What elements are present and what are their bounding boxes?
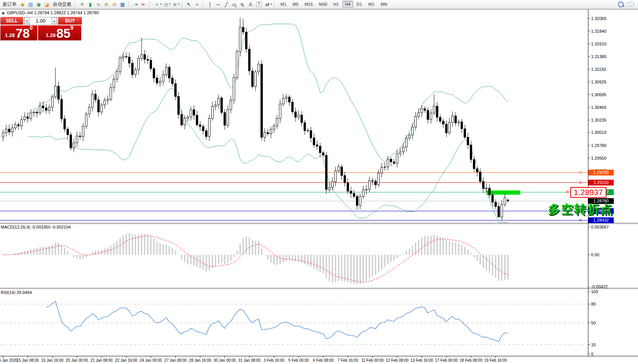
label-tool-icon[interactable]: T: [256, 2, 262, 7]
horizontal-line-object[interactable]: [0, 201, 588, 201]
hline-anchor-handle[interactable]: [580, 182, 581, 184]
horizontal-line-object[interactable]: [0, 182, 588, 183]
buy-price-pip: 9: [70, 25, 73, 30]
tile-windows-icon[interactable]: ▦: [119, 1, 127, 8]
indicators-icon[interactable]: ≋: [171, 1, 179, 8]
volume-decrease-button[interactable]: ▼: [24, 17, 30, 24]
timeframe-button-m15[interactable]: M15: [302, 1, 316, 8]
chat-icon[interactable]: [628, 2, 634, 7]
horizontal-line-object[interactable]: [0, 172, 588, 173]
macd-axis-label: -0.00422: [591, 284, 608, 289]
cursor-icon[interactable]: ↖: [185, 1, 193, 8]
mt4-terminal: 新订单◆▤◉◪自动交易≡▮∿⊕⊖▦⇥⇤+▾◷▾≋▾↖+│─╱▱E≡FAT⇄▾M1…: [0, 0, 638, 364]
auto-trading-folder-icon[interactable]: ◪: [43, 1, 51, 8]
date-axis-label: 24 Jan 00:00: [140, 358, 162, 362]
sell-button[interactable]: SELL: [0, 17, 23, 25]
timeframe-button-w1[interactable]: W1: [366, 1, 377, 8]
auto-trading-button[interactable]: 自动交易: [51, 1, 73, 8]
timeframe-button-m30[interactable]: M30: [316, 1, 330, 8]
depth-of-market-icon[interactable]: ▤: [27, 1, 35, 8]
signal-icon[interactable]: ◉: [35, 1, 43, 8]
toolbar-separator: [274, 1, 276, 8]
volume-increase-button[interactable]: ▲: [52, 17, 57, 24]
horizontal-line-object[interactable]: [0, 192, 588, 192]
macd-pane-splitter-2: [0, 224, 638, 224]
auto-scroll-icon[interactable]: ⇥: [132, 1, 140, 8]
price-axis-tick-label: 1.29550: [591, 156, 606, 160]
macd-axis-label: 0.00: [591, 252, 599, 257]
rsi-pane-splitter-2: [0, 289, 638, 289]
rsi-axis-label: 50: [591, 321, 596, 325]
turning-point-annotation[interactable]: 多空转折点: [548, 201, 613, 217]
rsi-axis-label: 80: [591, 302, 596, 306]
toolbar-separator: [149, 1, 151, 8]
period-clock-icon-dropdown[interactable]: ▾: [169, 3, 171, 6]
crosshair-icon[interactable]: +: [193, 1, 201, 8]
date-axis-label: 13 Feb 16:00: [411, 358, 433, 362]
volume-field[interactable]: ▼ 1.00 ▲: [24, 17, 57, 25]
horizontal-line-object[interactable]: [0, 211, 588, 211]
horizontal-line-object[interactable]: [0, 220, 588, 220]
macd-axis-label: 0.003667: [591, 225, 609, 229]
buy-button[interactable]: BUY: [58, 17, 82, 25]
zoom-in-icon[interactable]: ⊕: [102, 1, 110, 8]
callout-anchor-handle[interactable]: [566, 191, 568, 193]
rsi-axis-label: 15: [591, 342, 596, 347]
macd-pane-splitter[interactable]: [0, 223, 638, 223]
market-watch-icon[interactable]: ◆: [18, 1, 27, 8]
toolbar-separator: [203, 1, 205, 8]
support-zone-highlight[interactable]: [486, 190, 520, 195]
macd-label: MACD(12,26,9) -0.003350 -0.002104: [1, 225, 71, 229]
buy-price-display[interactable]: 1.28 85 9: [38, 25, 81, 40]
new-order-button[interactable]: 新订单: [1, 1, 18, 8]
timeframe-button-mn[interactable]: MN: [378, 1, 390, 8]
vertical-line-tool-icon[interactable]: │: [206, 1, 214, 8]
volume-value[interactable]: 1.00: [30, 18, 52, 24]
date-axis-label: 3 Feb 16:00: [264, 358, 284, 362]
candlestick-type-icon[interactable]: ▮: [86, 1, 94, 8]
sell-price-big: 78: [15, 28, 30, 39]
chart-title: GBPUSD-,H4 1.28794 1.28822 1.28744 1.287…: [2, 10, 99, 15]
chart-shift-icon[interactable]: ⇤: [140, 1, 148, 8]
date-axis-label: 30 Jan 00:00: [214, 358, 236, 362]
channel-tool-icon[interactable]: ▱E: [230, 1, 239, 8]
sell-price-display[interactable]: 1.28 78 0: [0, 25, 37, 40]
line-chart-type-icon[interactable]: ∿: [94, 1, 102, 8]
period-clock-icon[interactable]: ◷: [162, 1, 170, 8]
price-axis-badge: 1.28432: [588, 217, 614, 223]
timeframe-button-h4[interactable]: H4: [342, 1, 353, 8]
price-callout-label[interactable]: 1.28937: [570, 187, 606, 198]
price-axis-badge: 1.29290: [588, 170, 614, 175]
timeframe-button-d1[interactable]: D1: [354, 1, 365, 8]
toolbar-separator: [182, 1, 184, 8]
horizontal-line-tool-icon[interactable]: ─: [214, 1, 222, 8]
hline-anchor-handle[interactable]: [580, 172, 581, 174]
text-tool-icon[interactable]: A: [247, 1, 255, 8]
new-chart-icon-dropdown[interactable]: ▾: [160, 3, 162, 6]
date-axis-label: 20 Jan 00:00: [66, 358, 88, 362]
timeframe-button-h1[interactable]: H1: [331, 1, 341, 8]
toolbar-separator: [128, 1, 130, 8]
trendline-tool-icon[interactable]: ╱: [222, 1, 230, 8]
price-axis-tick-label: 1.30465: [591, 105, 606, 110]
timeframe-button-m5[interactable]: M5: [290, 1, 301, 8]
search-icon[interactable]: [618, 2, 624, 7]
zoom-out-icon[interactable]: ⊖: [110, 1, 119, 8]
timeframe-button-m1[interactable]: M1: [278, 1, 289, 8]
sell-price-small: 1.28: [5, 32, 15, 39]
indicators-icon-dropdown[interactable]: ▾: [178, 3, 180, 6]
chart-window-icon: [2, 12, 4, 14]
hline-anchor-handle[interactable]: [580, 219, 581, 221]
arrows-tool-icon[interactable]: ⇄: [264, 1, 272, 8]
new-chart-icon[interactable]: +: [153, 1, 161, 8]
arrows-tool-icon-dropdown[interactable]: ▾: [271, 3, 272, 6]
toolbar: 新订单◆▤◉◪自动交易≡▮∿⊕⊖▦⇥⇤+▾◷▾≋▾↖+│─╱▱E≡FAT⇄▾M1…: [0, 0, 638, 9]
date-axis-label: 22 Jan 16:00: [115, 358, 137, 362]
toolbar-right-group: [618, 2, 637, 7]
price-axis-tick-label: 1.31610: [591, 42, 606, 46]
fibonacci-tool-icon[interactable]: ≡F: [239, 1, 247, 8]
price-axis-tick-label: 1.30925: [591, 80, 606, 84]
rsi-pane-splitter[interactable]: [0, 288, 638, 288]
bar-chart-type-icon[interactable]: ≡: [79, 0, 86, 8]
price-axis-tick-label: 1.32065: [591, 16, 606, 21]
